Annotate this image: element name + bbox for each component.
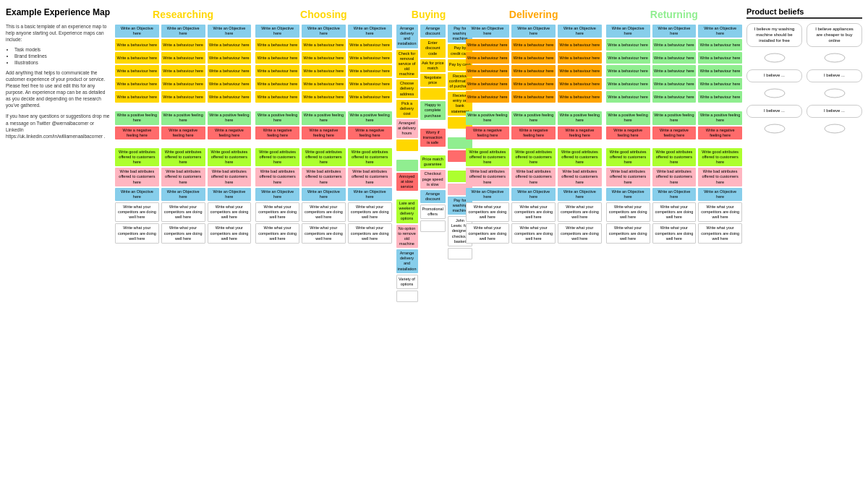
card: Write a behaviour here (511, 78, 556, 90)
card: Variety of options (396, 275, 418, 289)
card: Write a positive feeling here (606, 111, 650, 124)
card: Write an Objective here (466, 25, 510, 38)
card: Write an Objective here (698, 188, 742, 201)
card: Arrange delivery and installation (396, 25, 418, 48)
svg-point-1 (825, 53, 845, 62)
card: Write an Objective here (161, 25, 205, 38)
card: Write a behaviour here (208, 52, 252, 64)
card: Write good attributes offered to custome… (606, 148, 650, 166)
buying-col-2: Arrange discount Enter discount code Ask… (420, 25, 446, 302)
card: Write a behaviour here (652, 52, 697, 64)
card: Write a behaviour here (115, 78, 159, 90)
card: Write a negative feeling here (161, 126, 205, 139)
page-title: Example Experience Map (6, 7, 111, 19)
card: Write good attributes offered to custome… (698, 148, 742, 166)
card: Write bad attributes offered to customer… (255, 168, 299, 186)
returning-cols: Write an Objective here Write a behaviou… (606, 25, 742, 244)
card: Write what your competitors are doing we… (652, 223, 697, 243)
card: Write what your competitors are doing we… (161, 202, 205, 222)
card: Write a behaviour here (511, 91, 556, 103)
card: Write a negative feeling here (348, 126, 392, 139)
card: Write a behaviour here (652, 78, 697, 90)
left-panel: Example Experience Map This is a basic t… (6, 7, 111, 302)
card: Write good attributes offered to custome… (115, 148, 159, 166)
card: Write an Objective here (208, 25, 252, 38)
card: Write a negative feeling here (511, 126, 556, 139)
card: Write a positive feeling here (302, 111, 346, 124)
svg-point-3 (825, 89, 845, 98)
card: Write a negative feeling here (466, 126, 510, 139)
card: Write a behaviour here (161, 39, 205, 51)
returning-header: Returning (606, 7, 742, 22)
card: Write a behaviour here (466, 65, 510, 77)
buying-cols: Arrange delivery and installation Check … (396, 25, 461, 302)
card: Write what your competitors are doing we… (115, 223, 159, 243)
card: Write a behaviour here (348, 65, 392, 77)
contact-text: If you have any questions or suggestions… (6, 113, 111, 139)
card: Write an Objective here (558, 25, 602, 38)
card: Write a behaviour here (208, 39, 252, 51)
card: Write an Objective here (511, 188, 556, 201)
card: Write a positive feeling here (255, 111, 299, 124)
belief-ellipses-1 (746, 53, 862, 64)
card: Write an Objective here (698, 25, 742, 38)
card: Write a positive feeling here (558, 111, 602, 124)
card: Write a positive feeling here (652, 111, 697, 124)
card: Write a behaviour here (302, 65, 346, 77)
card: Write what your competitors are doing we… (115, 202, 159, 222)
belief-ellipses-2 (746, 88, 862, 99)
card: Write an Objective here (348, 188, 392, 201)
card: Check for removal service of old machine (396, 50, 418, 79)
card: Write a behaviour here (348, 91, 392, 103)
card: Write a behaviour here (652, 65, 697, 77)
belief-bubble-1: I believe my washing machine should be i… (746, 23, 802, 47)
researching-cols: Write an Objective here Write a behaviou… (115, 25, 251, 244)
product-beliefs-title: Product beliefs (746, 7, 862, 19)
card: Write an Objective here (606, 188, 650, 201)
svg-point-0 (765, 53, 785, 62)
card: Write an Objective here (606, 25, 650, 38)
card: Write a behaviour here (161, 52, 205, 64)
card: Write a behaviour here (558, 65, 602, 77)
card: Write good attributes offered to custome… (466, 148, 510, 166)
choosing-header: Choosing (255, 7, 391, 22)
delivering-col-3: Write an Objective here Write a behaviou… (558, 25, 602, 244)
card: Write a behaviour here (606, 65, 650, 77)
card: Worry if transaction is safe (420, 129, 446, 147)
card: Write what your competitors are doing we… (255, 223, 299, 243)
belief-bubble-2: I believe appliances are cheaper to buy … (807, 23, 862, 47)
right-panel: Product beliefs I believe my washing mac… (746, 7, 862, 302)
bullet-list: Task models Brand timelines Illustration… (6, 47, 111, 65)
card: Write what your competitors are doing we… (558, 223, 602, 243)
card: Write a behaviour here (255, 52, 299, 64)
svg-point-2 (765, 89, 785, 98)
card: Write a behaviour here (698, 78, 742, 90)
card: Write what your competitors are doing we… (208, 223, 252, 243)
card (396, 160, 418, 171)
card: Write a behaviour here (558, 52, 602, 64)
card: Write an Objective here (255, 25, 299, 38)
card: Write a behaviour here (348, 52, 392, 64)
card: Write a behaviour here (558, 78, 602, 90)
researching-col-3: Write an Objective here Write a behaviou… (208, 25, 252, 244)
researching-col-1: Write an Objective here Write a behaviou… (115, 25, 159, 244)
card: Late and weekend delivery options (396, 199, 418, 223)
belief-row-2: I believe ... I believe ... (746, 69, 862, 82)
card: Checkout page speed is slow (420, 170, 446, 188)
card: Write a behaviour here (698, 65, 742, 77)
card: Write a negative feeling here (115, 126, 159, 139)
choosing-col-1: Write an Objective here Write a behaviou… (255, 25, 299, 244)
section-delivering: Delivering Write an Objective here Write… (466, 7, 602, 302)
page: Example Experience Map This is a basic t… (0, 0, 868, 309)
card: Write a behaviour here (302, 78, 346, 90)
card: Write a negative feeling here (558, 126, 602, 139)
card: Write a behaviour here (348, 78, 392, 90)
section-choosing: Choosing Write an Objective here Write a… (255, 7, 391, 302)
card: Write a behaviour here (302, 91, 346, 103)
returning-col-1: Write an Objective here Write a behaviou… (606, 25, 650, 244)
delivering-col-1: Write an Objective here Write a behaviou… (466, 25, 510, 244)
card: Write a negative feeling here (698, 126, 742, 139)
ellipse-right-3 (807, 124, 862, 134)
card: Write an Objective here (466, 188, 510, 201)
card: Write bad attributes offered to customer… (208, 168, 252, 186)
